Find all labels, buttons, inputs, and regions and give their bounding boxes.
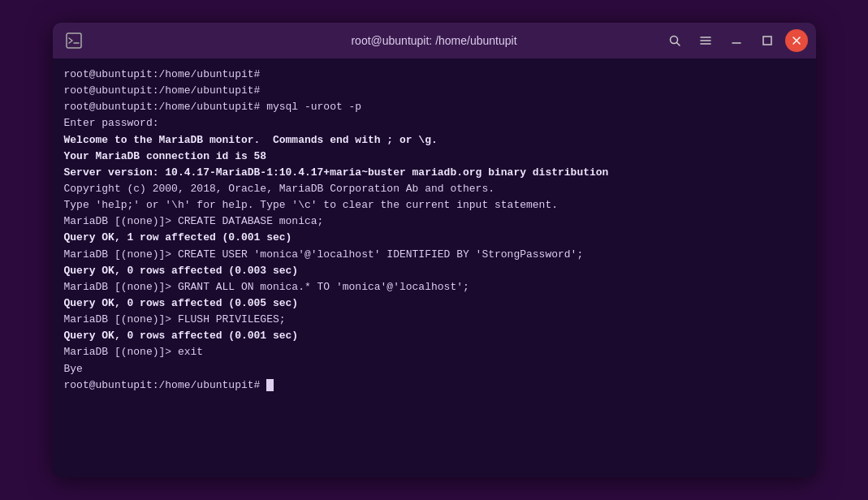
terminal-body[interactable]: root@ubuntupit:/home/ubuntupit#root@ubun… — [53, 58, 816, 477]
close-icon — [792, 36, 801, 45]
terminal-cursor — [266, 379, 274, 391]
menu-button[interactable] — [693, 28, 719, 54]
title-bar-controls — [662, 28, 808, 54]
title-bar: root@ubuntupit: /home/ubuntupit — [53, 23, 816, 58]
terminal-line: MariaDB [(none)]> GRANT ALL ON monica.* … — [64, 279, 805, 295]
close-button[interactable] — [785, 29, 808, 52]
terminal-line: Query OK, 1 row affected (0.001 sec) — [64, 230, 805, 246]
maximize-button[interactable] — [754, 28, 780, 54]
terminal-line: Query OK, 0 rows affected (0.003 sec) — [64, 263, 805, 279]
maximize-icon — [762, 35, 773, 46]
terminal-line: Bye — [64, 361, 805, 377]
terminal-window: root@ubuntupit: /home/ubuntupit — [53, 23, 816, 477]
terminal-line: MariaDB [(none)]> exit — [64, 344, 805, 360]
terminal-line: Server version: 10.4.17-MariaDB-1:10.4.1… — [64, 165, 805, 181]
terminal-line: Copyright (c) 2000, 2018, Oracle, MariaD… — [64, 181, 805, 197]
svg-rect-8 — [763, 37, 771, 45]
terminal-line: Query OK, 0 rows affected (0.005 sec) — [64, 295, 805, 312]
terminal-line: Your MariaDB connection id is 58 — [64, 149, 805, 165]
svg-line-3 — [676, 43, 680, 46]
menu-icon — [699, 34, 712, 47]
terminal-line: MariaDB [(none)]> CREATE USER 'monica'@'… — [64, 247, 805, 263]
minimize-button[interactable] — [723, 28, 749, 54]
terminal-icon — [61, 28, 87, 54]
terminal-line: MariaDB [(none)]> CREATE DATABASE monica… — [64, 213, 805, 230]
terminal-line: root@ubuntupit:/home/ubuntupit# — [64, 83, 805, 99]
title-bar-left — [61, 28, 87, 54]
terminal-line: root@ubuntupit:/home/ubuntupit# — [64, 67, 805, 83]
terminal-line: Query OK, 0 rows affected (0.001 sec) — [64, 328, 805, 344]
terminal-line: Type 'help;' or '\h' for help. Type '\c'… — [64, 197, 805, 213]
search-button[interactable] — [662, 28, 688, 54]
minimize-icon — [731, 35, 742, 46]
terminal-line: MariaDB [(none)]> FLUSH PRIVILEGES; — [64, 312, 805, 328]
terminal-line: Welcome to the MariaDB monitor. Commands… — [64, 132, 805, 149]
terminal-line: root@ubuntupit:/home/ubuntupit# — [64, 377, 805, 394]
terminal-line: Enter password: — [64, 115, 805, 131]
search-icon — [668, 34, 681, 47]
terminal-line: root@ubuntupit:/home/ubuntupit# mysql -u… — [64, 99, 805, 115]
window-title: root@ubuntupit: /home/ubuntupit — [351, 34, 516, 47]
svg-rect-0 — [67, 33, 81, 48]
